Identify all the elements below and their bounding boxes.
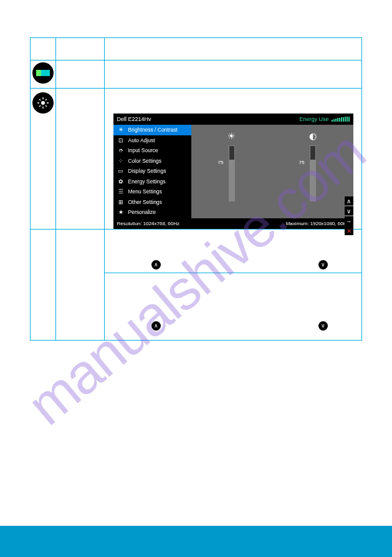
osd-menu: ☀Brightness / Contrast ⊡Auto Adjust ➮Inp… [113,125,191,218]
cell-label-2 [56,61,105,89]
menu-menu-settings[interactable]: ☰Menu Settings [113,186,191,197]
menu-energy-settings[interactable]: ✿Energy Settings [113,177,191,187]
energy-bars-icon [32,62,54,84]
cell-content-1 [105,38,362,61]
contrast-slider[interactable]: 75 [310,145,316,201]
contrast-slider-icon: ◐ [309,131,317,142]
svg-line-5 [39,99,41,100]
osd-body: ☀Brightness / Contrast ⊡Auto Adjust ➮Inp… [113,125,353,218]
cell-label-1 [56,38,105,61]
osd-nav-buttons: ∧ ∨ → ✕ [345,196,353,235]
menu-label: Menu Settings [128,188,162,195]
menu-label: Other Settings [128,199,162,205]
osd-footer: Resolution: 1024x768, 60Hz Maximum: 1920… [113,218,353,229]
energy-use-indicator: Energy Use [299,116,349,122]
other-icon: ⊞ [117,198,125,206]
sun-icon: ☀ [117,126,125,133]
energy-use-label: Energy Use [299,116,328,122]
nav-down-button[interactable]: ∨ [345,206,353,215]
brightness-slider-col: ☀ 75 [191,125,272,218]
contrast-slider-col: ◐ 75 [272,125,353,218]
brightness-fill [229,160,234,201]
nav-enter-button[interactable]: → [345,216,353,225]
up-button[interactable]: ∧ [151,260,161,269]
energy-bars [332,117,350,122]
settings-table: Dell E2214Hv Energy Use ☀Brightness / Co… [30,37,362,341]
svg-line-8 [45,99,47,100]
svg-line-7 [39,105,41,107]
osd-sliders: ☀ 75 ◐ 75 [191,125,353,218]
menu-input-source[interactable]: ➮Input Source [113,145,191,156]
brightness-value: 75 [218,160,224,165]
menu-label: Auto Adjust [128,137,155,143]
menu-label: Brightness / Contrast [128,127,178,133]
menu-display-settings[interactable]: ▭Display Settings [113,166,191,177]
menu-personalize[interactable]: ★Personalize [113,207,191,218]
up-button[interactable]: ∧ [151,321,161,331]
osd-screenshot: Dell E2214Hv Energy Use ☀Brightness / Co… [113,114,353,229]
display-icon: ▭ [117,167,125,175]
osd-container: Dell E2214Hv Energy Use ☀Brightness / Co… [105,89,362,230]
cell-icon-1 [31,38,56,61]
cell-content-2 [105,61,362,89]
menu-label: Input Source [128,147,158,153]
cell-label-4 [56,230,105,341]
contrast-row: ∧ ∨ [105,273,362,341]
cell-icon-4 [31,230,56,341]
menu-label: Color Settings [128,158,161,164]
brightness-icon [32,92,54,114]
menu-label: Personalize [128,209,156,215]
color-icon: ⁘ [117,157,125,165]
brightness-slider[interactable]: 75 [229,145,235,201]
brightness-row: ∧ ∨ [105,230,362,273]
input-icon: ➮ [117,147,125,154]
contrast-fill [310,160,315,201]
leaf-icon: ✿ [117,178,125,185]
menu-auto-adjust[interactable]: ⊡Auto Adjust [113,135,191,146]
page-footer-bar [0,526,392,557]
resolution-text: Resolution: 1024x768, 60Hz [117,221,180,226]
down-button[interactable]: ∨ [318,260,328,269]
nav-up-button[interactable]: ∧ [345,196,353,205]
menu-label: Display Settings [128,168,166,174]
star-icon: ★ [117,208,125,216]
osd-header: Dell E2214Hv Energy Use [113,114,353,125]
contrast-value: 75 [299,160,305,165]
menu-brightness-contrast[interactable]: ☀Brightness / Contrast [113,125,191,135]
down-button[interactable]: ∨ [318,321,328,331]
menu-color-settings[interactable]: ⁘Color Settings [113,156,191,167]
osd-title: Dell E2214Hv [117,116,151,122]
svg-line-6 [45,105,47,107]
menu-icon: ☰ [117,188,125,195]
cell-label-3 [56,89,105,230]
adjust-icon: ⊡ [117,137,125,144]
brightness-slider-icon: ☀ [227,131,236,142]
energy-icon-cell [31,61,56,89]
svg-point-0 [41,101,45,105]
max-resolution-text: Maximum: 1920x1080, 60Hz [286,221,350,226]
menu-other-settings[interactable]: ⊞Other Settings [113,197,191,208]
brightness-icon-cell [31,89,56,230]
menu-label: Energy Settings [128,178,166,185]
